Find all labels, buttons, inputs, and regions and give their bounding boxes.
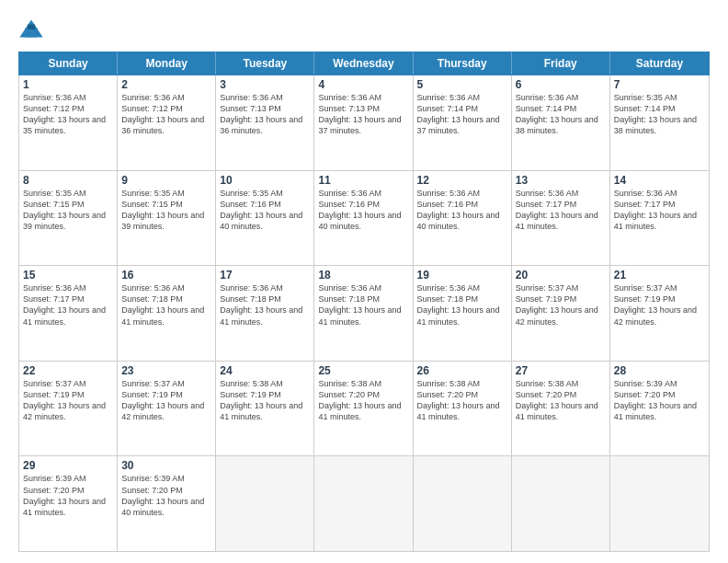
calendar-row-3: 15 Sunrise: 5:36 AMSunset: 7:17 PMDaylig… — [19, 266, 709, 362]
cell-info: Sunrise: 5:36 AMSunset: 7:12 PMDaylight:… — [23, 92, 113, 137]
calendar-cell: 4 Sunrise: 5:36 AMSunset: 7:13 PMDayligh… — [314, 75, 413, 170]
svg-rect-1 — [25, 29, 38, 38]
cell-info: Sunrise: 5:37 AMSunset: 7:19 PMDaylight:… — [121, 378, 211, 423]
calendar-cell: 17 Sunrise: 5:36 AMSunset: 7:18 PMDaylig… — [216, 266, 314, 361]
day-number: 29 — [23, 459, 113, 472]
cell-info: Sunrise: 5:38 AMSunset: 7:20 PMDaylight:… — [318, 378, 408, 423]
cell-info: Sunrise: 5:35 AMSunset: 7:15 PMDaylight:… — [23, 188, 113, 233]
day-number: 3 — [220, 78, 310, 91]
calendar-cell: 22 Sunrise: 5:37 AMSunset: 7:19 PMDaylig… — [19, 362, 118, 456]
calendar-cell: 6 Sunrise: 5:36 AMSunset: 7:14 PMDayligh… — [512, 75, 610, 170]
cell-info: Sunrise: 5:36 AMSunset: 7:17 PMDaylight:… — [23, 282, 113, 327]
cell-info: Sunrise: 5:35 AMSunset: 7:15 PMDaylight:… — [121, 188, 211, 233]
cell-info: Sunrise: 5:35 AMSunset: 7:14 PMDaylight:… — [614, 92, 705, 137]
day-number: 14 — [614, 174, 705, 187]
day-number: 5 — [417, 78, 507, 91]
day-number: 4 — [318, 78, 408, 91]
day-number: 21 — [614, 269, 705, 282]
calendar-cell: 10 Sunrise: 5:35 AMSunset: 7:16 PMDaylig… — [216, 171, 314, 266]
calendar-cell: 12 Sunrise: 5:36 AMSunset: 7:16 PMDaylig… — [414, 171, 512, 266]
cell-info: Sunrise: 5:39 AMSunset: 7:20 PMDaylight:… — [121, 473, 211, 518]
day-number: 8 — [23, 174, 113, 187]
calendar-cell: 13 Sunrise: 5:36 AMSunset: 7:17 PMDaylig… — [512, 171, 610, 266]
header-cell-sunday: Sunday — [19, 52, 118, 75]
calendar-row-1: 1 Sunrise: 5:36 AMSunset: 7:12 PMDayligh… — [19, 75, 709, 171]
cell-info: Sunrise: 5:36 AMSunset: 7:17 PMDaylight:… — [516, 188, 606, 233]
calendar-cell: 30 Sunrise: 5:39 AMSunset: 7:20 PMDaylig… — [118, 456, 216, 551]
calendar-cell — [314, 456, 413, 551]
day-number: 11 — [318, 174, 408, 187]
day-number: 13 — [516, 174, 606, 187]
day-number: 10 — [220, 174, 310, 187]
calendar-cell: 25 Sunrise: 5:38 AMSunset: 7:20 PMDaylig… — [314, 362, 413, 456]
day-number: 19 — [417, 269, 507, 282]
cell-info: Sunrise: 5:36 AMSunset: 7:18 PMDaylight:… — [318, 282, 408, 327]
calendar-cell: 2 Sunrise: 5:36 AMSunset: 7:12 PMDayligh… — [118, 75, 216, 170]
calendar: SundayMondayTuesdayWednesdayThursdayFrid… — [18, 52, 710, 552]
calendar-cell: 21 Sunrise: 5:37 AMSunset: 7:19 PMDaylig… — [610, 266, 709, 361]
cell-info: Sunrise: 5:39 AMSunset: 7:20 PMDaylight:… — [614, 378, 705, 423]
cell-info: Sunrise: 5:36 AMSunset: 7:18 PMDaylight:… — [121, 282, 211, 327]
cell-info: Sunrise: 5:38 AMSunset: 7:20 PMDaylight:… — [417, 378, 507, 423]
cell-info: Sunrise: 5:35 AMSunset: 7:16 PMDaylight:… — [220, 188, 310, 233]
calendar-cell: 19 Sunrise: 5:36 AMSunset: 7:18 PMDaylig… — [414, 266, 512, 361]
day-number: 12 — [417, 174, 507, 187]
calendar-cell — [512, 456, 610, 551]
cell-info: Sunrise: 5:39 AMSunset: 7:20 PMDaylight:… — [23, 473, 113, 518]
calendar-cell: 24 Sunrise: 5:38 AMSunset: 7:19 PMDaylig… — [216, 362, 314, 456]
calendar-body: 1 Sunrise: 5:36 AMSunset: 7:12 PMDayligh… — [18, 75, 710, 552]
calendar-cell: 3 Sunrise: 5:36 AMSunset: 7:13 PMDayligh… — [216, 75, 314, 170]
cell-info: Sunrise: 5:37 AMSunset: 7:19 PMDaylight:… — [23, 378, 113, 423]
calendar-row-2: 8 Sunrise: 5:35 AMSunset: 7:15 PMDayligh… — [19, 171, 709, 267]
cell-info: Sunrise: 5:36 AMSunset: 7:17 PMDaylight:… — [614, 188, 705, 233]
calendar-cell: 20 Sunrise: 5:37 AMSunset: 7:19 PMDaylig… — [512, 266, 610, 361]
cell-info: Sunrise: 5:38 AMSunset: 7:20 PMDaylight:… — [516, 378, 606, 423]
cell-info: Sunrise: 5:36 AMSunset: 7:13 PMDaylight:… — [220, 92, 310, 137]
calendar-cell: 27 Sunrise: 5:38 AMSunset: 7:20 PMDaylig… — [512, 362, 610, 456]
cell-info: Sunrise: 5:36 AMSunset: 7:12 PMDaylight:… — [121, 92, 211, 137]
day-number: 16 — [121, 269, 211, 282]
day-number: 18 — [318, 269, 408, 282]
cell-info: Sunrise: 5:36 AMSunset: 7:16 PMDaylight:… — [318, 188, 408, 233]
logo — [18, 17, 48, 42]
page: SundayMondayTuesdayWednesdayThursdayFrid… — [0, 0, 728, 563]
day-number: 24 — [220, 364, 310, 377]
cell-info: Sunrise: 5:37 AMSunset: 7:19 PMDaylight:… — [614, 282, 705, 327]
logo-icon — [18, 17, 44, 42]
day-number: 1 — [23, 78, 113, 91]
header — [18, 17, 710, 42]
day-number: 2 — [121, 78, 211, 91]
calendar-cell — [414, 456, 512, 551]
day-number: 15 — [23, 269, 113, 282]
day-number: 30 — [121, 459, 211, 472]
day-number: 22 — [23, 364, 113, 377]
day-number: 20 — [516, 269, 606, 282]
cell-info: Sunrise: 5:36 AMSunset: 7:18 PMDaylight:… — [220, 282, 310, 327]
svg-rect-2 — [28, 24, 35, 29]
calendar-cell: 23 Sunrise: 5:37 AMSunset: 7:19 PMDaylig… — [118, 362, 216, 456]
calendar-cell — [610, 456, 709, 551]
calendar-cell: 8 Sunrise: 5:35 AMSunset: 7:15 PMDayligh… — [19, 171, 118, 266]
header-cell-saturday: Saturday — [610, 52, 709, 75]
calendar-cell: 11 Sunrise: 5:36 AMSunset: 7:16 PMDaylig… — [314, 171, 413, 266]
day-number: 7 — [614, 78, 705, 91]
header-cell-tuesday: Tuesday — [216, 52, 314, 75]
day-number: 6 — [516, 78, 606, 91]
day-number: 28 — [614, 364, 705, 377]
calendar-cell: 16 Sunrise: 5:36 AMSunset: 7:18 PMDaylig… — [118, 266, 216, 361]
calendar-cell: 15 Sunrise: 5:36 AMSunset: 7:17 PMDaylig… — [19, 266, 118, 361]
calendar-cell: 5 Sunrise: 5:36 AMSunset: 7:14 PMDayligh… — [414, 75, 512, 170]
cell-info: Sunrise: 5:36 AMSunset: 7:18 PMDaylight:… — [417, 282, 507, 327]
cell-info: Sunrise: 5:36 AMSunset: 7:14 PMDaylight:… — [516, 92, 606, 137]
day-number: 9 — [121, 174, 211, 187]
calendar-cell — [216, 456, 314, 551]
day-number: 23 — [121, 364, 211, 377]
calendar-cell: 18 Sunrise: 5:36 AMSunset: 7:18 PMDaylig… — [314, 266, 413, 361]
calendar-cell: 1 Sunrise: 5:36 AMSunset: 7:12 PMDayligh… — [19, 75, 118, 170]
calendar-cell: 7 Sunrise: 5:35 AMSunset: 7:14 PMDayligh… — [610, 75, 709, 170]
day-number: 26 — [417, 364, 507, 377]
cell-info: Sunrise: 5:36 AMSunset: 7:14 PMDaylight:… — [417, 92, 507, 137]
calendar-row-4: 22 Sunrise: 5:37 AMSunset: 7:19 PMDaylig… — [19, 362, 709, 457]
day-number: 25 — [318, 364, 408, 377]
calendar-cell: 9 Sunrise: 5:35 AMSunset: 7:15 PMDayligh… — [118, 171, 216, 266]
